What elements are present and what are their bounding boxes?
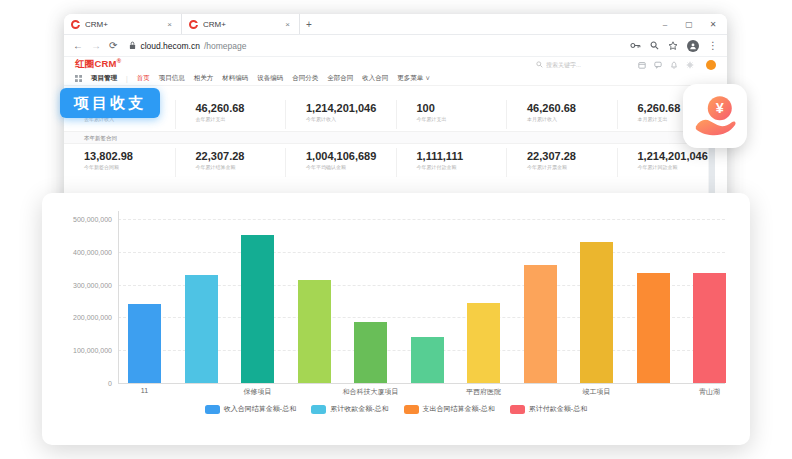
stat-value: 22,307.28 <box>527 150 613 162</box>
nav-item[interactable]: 全部合同 <box>327 74 353 83</box>
toolbar-icons: ⋮ <box>630 40 718 52</box>
stat-label: 今年累计支出 <box>417 116 503 122</box>
back-icon[interactable]: ← <box>73 41 83 51</box>
url-field[interactable]: cloud.hecom.cn/homepage <box>125 41 622 51</box>
search-input[interactable] <box>546 62 624 68</box>
x-category-label: 青山湖 <box>699 387 720 397</box>
crm-header: 红圈CRM® <box>64 57 727 72</box>
bar[interactable] <box>411 337 444 383</box>
x-category-label: 平西府医院 <box>466 387 501 397</box>
zoom-icon[interactable] <box>650 41 659 50</box>
chart-legend: 收入合同结算金额-总和累计收款金额-总和支出合同结算金额-总和累计付款金额-总和 <box>42 404 750 414</box>
gear-icon[interactable] <box>686 61 694 69</box>
nav-item[interactable]: 相关方 <box>194 74 214 83</box>
window-controls: – ▢ ✕ <box>653 14 725 35</box>
y-tick-label: 200,000,000 <box>46 314 112 321</box>
crm-search[interactable] <box>536 61 624 68</box>
income-float-button[interactable]: ¥ <box>683 84 747 148</box>
legend-label: 支出合同结算金额-总和 <box>423 404 495 414</box>
chrome-menu-icon[interactable]: ⋮ <box>708 41 718 51</box>
y-tick-label: 0 <box>46 380 112 387</box>
stat-label: 今年累计付款金额 <box>417 164 503 170</box>
nav-item-primary[interactable]: 项目管理 <box>91 74 117 83</box>
maximize-button[interactable]: ▢ <box>677 14 701 35</box>
address-bar: ← → ⟳ cloud.hecom.cn/homepage <box>64 35 727 57</box>
key-icon[interactable] <box>630 42 641 49</box>
stat-cell: 1,214,201,046今年累计收入 <box>285 100 396 129</box>
profile-avatar-icon[interactable] <box>687 40 699 52</box>
stat-value: 46,260.68 <box>527 102 613 114</box>
project-income-expense-badge[interactable]: 项目收支 <box>60 88 160 118</box>
stat-label: 本月累计收入 <box>527 116 613 122</box>
x-category-label: 和合科技大厦项目 <box>343 387 399 397</box>
minimize-button[interactable]: – <box>653 14 677 35</box>
message-icon[interactable] <box>654 61 662 69</box>
crm-header-icons <box>638 60 716 70</box>
legend-swatch <box>205 405 220 414</box>
bar[interactable] <box>524 265 557 383</box>
apps-grid-icon[interactable] <box>75 75 82 82</box>
nav-divider: | <box>126 75 128 82</box>
tab-close-icon[interactable]: × <box>165 20 174 29</box>
stats-panel: 23,820.79去年累计收入46,260.68去年累计支出1,214,201,… <box>64 86 727 177</box>
new-tab-button[interactable]: + <box>300 14 318 34</box>
stat-cell: 1,004,106,689今年平均确认金额 <box>285 148 396 177</box>
float-card-stem <box>709 146 715 194</box>
star-icon[interactable] <box>668 41 678 51</box>
bar[interactable] <box>185 275 218 383</box>
browser-tab[interactable]: CRM+× <box>182 14 300 34</box>
browser-tab[interactable]: CRM+× <box>64 14 182 34</box>
legend-item[interactable]: 支出合同结算金额-总和 <box>404 404 495 414</box>
nav-item-home[interactable]: 首页 <box>137 74 150 83</box>
bar[interactable] <box>580 242 613 383</box>
chart-card: 500,000,000400,000,000300,000,000200,000… <box>42 193 750 445</box>
nav-item[interactable]: 收入合同 <box>362 74 388 83</box>
bar[interactable] <box>241 235 274 383</box>
nav-item[interactable]: 项目信息 <box>159 74 185 83</box>
tab-title: CRM+ <box>85 20 160 29</box>
legend-item[interactable]: 累计付款金额-总和 <box>510 404 587 414</box>
nav-item[interactable]: 设备编码 <box>257 74 283 83</box>
close-button[interactable]: ✕ <box>701 14 725 35</box>
bar[interactable] <box>128 304 161 383</box>
y-tick-label: 400,000,000 <box>46 248 112 255</box>
svg-text:¥: ¥ <box>716 100 724 116</box>
bar[interactable] <box>637 273 670 383</box>
bar[interactable] <box>298 280 331 383</box>
stat-value: 46,260.68 <box>196 102 282 114</box>
nav-item[interactable]: 材料编码 <box>222 74 248 83</box>
legend-swatch <box>404 405 419 414</box>
legend-swatch <box>311 405 326 414</box>
y-tick-label: 500,000,000 <box>46 216 112 223</box>
url-path: /homepage <box>204 41 247 51</box>
stat-value: 1,111,111 <box>417 150 503 162</box>
crm-nav: 项目管理 | 首页 项目信息相关方材料编码设备编码合同分类全部合同收入合同 更多… <box>64 72 727 86</box>
nav-item-more-menu[interactable]: 更多菜单 ∨ <box>397 74 430 83</box>
bar[interactable] <box>467 303 500 383</box>
stat-label: 今年累计收入 <box>306 116 392 122</box>
tab-close-icon[interactable]: × <box>283 20 292 29</box>
crm-favicon-icon <box>71 20 80 29</box>
gridline <box>118 252 725 253</box>
legend-swatch <box>510 405 525 414</box>
reload-icon[interactable]: ⟳ <box>109 41 117 51</box>
legend-item[interactable]: 收入合同结算金额-总和 <box>205 404 296 414</box>
x-category-label: 竣工项目 <box>583 387 611 397</box>
stat-cell: 100今年累计支出 <box>396 100 507 129</box>
x-category-label: 保修项目 <box>244 387 272 397</box>
forward-icon[interactable]: → <box>91 41 101 51</box>
stat-label: 今年平均确认金额 <box>306 164 392 170</box>
nav-item[interactable]: 合同分类 <box>292 74 318 83</box>
stat-value: 13,802.98 <box>84 150 171 162</box>
user-avatar[interactable] <box>706 60 716 70</box>
bar[interactable] <box>693 273 726 383</box>
search-icon <box>536 61 543 68</box>
stat-value: 22,307.28 <box>196 150 282 162</box>
stat-label: 今年累计结算金额 <box>196 164 282 170</box>
stat-cell: 46,260.68本月累计收入 <box>506 100 617 129</box>
legend-item[interactable]: 累计收款金额-总和 <box>311 404 388 414</box>
gridline <box>118 219 725 220</box>
bar[interactable] <box>354 322 387 383</box>
calendar-icon[interactable] <box>638 61 646 69</box>
bell-icon[interactable] <box>670 61 678 69</box>
